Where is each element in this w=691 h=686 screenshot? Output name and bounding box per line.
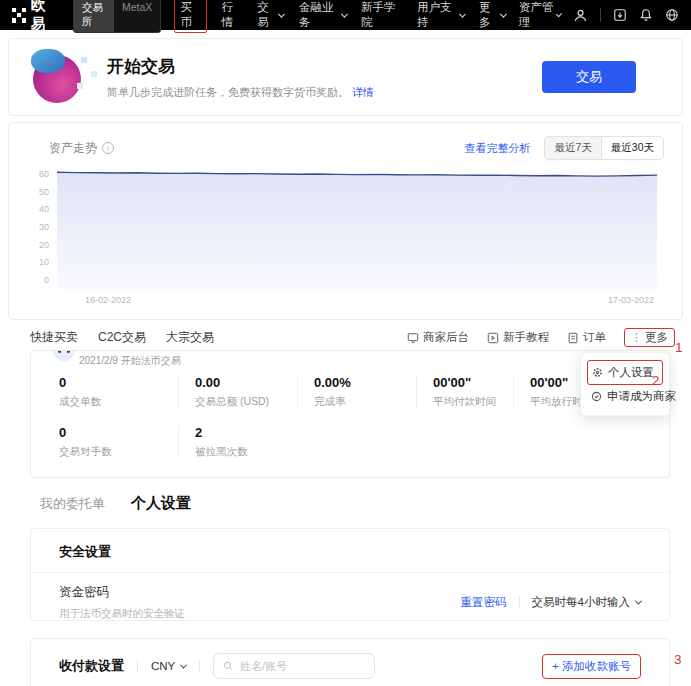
- document-icon: [567, 332, 579, 344]
- top-nav: 欧易 交易所 MetaX 买币 行情 交易 金融业务 新手学院 用户支持 更多 …: [0, 0, 691, 30]
- mascot-illustration: [31, 49, 87, 105]
- stat-blacklisted-count: 2 被拉黑次数: [178, 425, 313, 459]
- nav-item-more[interactable]: 更多: [479, 0, 506, 30]
- nav-item-trade[interactable]: 交易: [257, 0, 284, 30]
- stats-grid: 0 成交单数 0.00 交易总额 (USD) 0.00% 完成率 00'00" …: [31, 375, 669, 459]
- range-30d-button[interactable]: 最近30天: [602, 137, 663, 159]
- storefront-icon: [407, 332, 419, 344]
- chart-title: 资产走势 i: [49, 140, 114, 157]
- download-app-icon[interactable]: [613, 8, 627, 23]
- nav-item-finance[interactable]: 金融业务: [299, 0, 346, 30]
- notifications-bell-icon[interactable]: [639, 8, 653, 23]
- range-toggle-group: 最近7天 最近30天: [544, 136, 664, 160]
- payment-settings-row: 收付款设置 CNY + 添加收款账号: [31, 639, 669, 686]
- security-settings-card: 安全设置 资金密码 用于法币交易时的安全验证 重置密码 交易时每4小时输入: [30, 528, 670, 621]
- add-payment-account-button[interactable]: + 添加收款账号: [542, 654, 641, 679]
- chevron-down-icon: [635, 598, 642, 605]
- account-search-box: [213, 653, 375, 679]
- info-icon[interactable]: i: [102, 142, 114, 154]
- section-tabs: 我的委托单 个人设置: [40, 494, 191, 513]
- annotation-number-2: 2: [652, 373, 660, 388]
- beginner-tutorial-button[interactable]: 新手教程: [487, 330, 549, 345]
- nav-divider: [600, 8, 601, 22]
- annotation-number-1: 1: [675, 340, 683, 355]
- x-start-label: 16-02-2022: [85, 295, 131, 305]
- chart-y-axis: 60 50 40 30 20 10 0: [25, 169, 49, 285]
- fund-password-info: 资金密码 用于法币交易时的安全验证: [59, 584, 185, 621]
- annotation-number-3: 3: [674, 652, 682, 667]
- fiat-trading-since-text: 2021/2/9 开始法币交易: [79, 354, 181, 368]
- nav-item-buy-crypto[interactable]: 买币: [174, 0, 206, 33]
- chart-header: 资产走势 i 查看完整分析 最近7天 最近30天: [9, 123, 682, 160]
- orders-button[interactable]: 订单: [567, 330, 606, 345]
- fund-password-row: 资金密码 用于法币交易时的安全验证 重置密码 交易时每4小时输入: [31, 573, 669, 632]
- c2c-stats-card: 2021/2/9 开始法币交易 0 成交单数 0.00 交易总额 (USD) 0…: [30, 350, 670, 478]
- chevron-down-icon: [500, 10, 507, 17]
- avatar: [53, 350, 75, 361]
- subtabs-actions: 商家后台 新手教程 订单 ⋮ 更多: [407, 328, 675, 347]
- stats-row-1: 0 成交单数 0.00 交易总额 (USD) 0.00% 完成率 00'00" …: [31, 375, 669, 409]
- fund-password-actions: 重置密码 交易时每4小时输入: [461, 595, 641, 610]
- nav-right: 资产管理: [519, 0, 679, 30]
- menu-item-become-merchant[interactable]: 申请成为商家: [587, 385, 663, 408]
- merchant-badge-icon: [591, 391, 602, 402]
- chevron-down-icon: [556, 10, 562, 16]
- full-analysis-link[interactable]: 查看完整分析: [464, 141, 530, 156]
- payment-settings-title: 收付款设置: [59, 657, 124, 675]
- merchant-console-button[interactable]: 商家后台: [407, 330, 469, 345]
- hero-title: 开始交易: [107, 55, 374, 78]
- vertical-dots-icon: ⋮: [631, 331, 642, 344]
- language-globe-icon[interactable]: [665, 8, 679, 23]
- okx-logo-icon: [12, 8, 26, 23]
- chevron-down-icon: [340, 10, 347, 17]
- toggle-metax[interactable]: MetaX: [114, 0, 160, 32]
- hero-subtitle: 简单几步完成进阶任务，免费获得数字货币奖励。 详情: [107, 85, 374, 100]
- password-frequency-select[interactable]: 交易时每4小时输入: [532, 595, 641, 610]
- asset-trend-chart: [57, 167, 657, 289]
- nav-item-support[interactable]: 用户支持: [417, 0, 464, 30]
- nav-item-markets[interactable]: 行情: [222, 0, 242, 30]
- divider: [519, 596, 520, 609]
- stat-counterparties: 0 交易对手数: [59, 425, 194, 459]
- exchange-metax-toggle: 交易所 MetaX: [73, 0, 161, 33]
- chevron-down-icon: [278, 10, 285, 17]
- stat-completion-rate: 0.00% 完成率: [297, 375, 432, 409]
- asset-management-menu[interactable]: 资产管理: [519, 0, 561, 30]
- search-icon: [223, 660, 234, 672]
- asset-trend-card: 资产走势 i 查看完整分析 最近7天 最近30天 60 50 40 30 20 …: [8, 122, 683, 320]
- hero-text: 开始交易 简单几步完成进阶任务，免费获得数字货币奖励。 详情: [107, 55, 374, 100]
- fund-password-label: 资金密码: [59, 584, 185, 601]
- fund-password-desc: 用于法币交易时的安全验证: [59, 607, 185, 621]
- account-search-input[interactable]: [240, 660, 365, 672]
- stat-total-volume: 0.00 交易总额 (USD): [178, 375, 313, 409]
- tab-c2c-trade[interactable]: C2C交易: [98, 329, 146, 346]
- reset-password-link[interactable]: 重置密码: [461, 595, 507, 610]
- c2c-subtabs-row: 快捷买卖 C2C交易 大宗交易 商家后台 新手教程 订单 ⋮ 更多: [30, 328, 675, 347]
- start-trading-card: 开始交易 简单几步完成进阶任务，免费获得数字货币奖励。 详情 交易: [8, 38, 683, 116]
- stats-row-2: 0 交易对手数 2 被拉黑次数: [31, 425, 669, 459]
- tab-my-orders[interactable]: 我的委托单: [40, 495, 105, 513]
- currency-select[interactable]: CNY: [151, 660, 186, 672]
- tutorial-icon: [487, 332, 499, 344]
- okx-logo[interactable]: 欧易: [12, 0, 60, 34]
- more-actions-button[interactable]: ⋮ 更多: [624, 328, 675, 347]
- trade-button[interactable]: 交易: [542, 61, 636, 93]
- payment-settings-card: 收付款设置 CNY + 添加收款账号: [30, 638, 670, 686]
- divider: [199, 660, 200, 673]
- user-icon[interactable]: [573, 8, 588, 23]
- chart-controls: 查看完整分析 最近7天 最近30天: [464, 136, 664, 160]
- range-7d-button[interactable]: 最近7天: [545, 137, 601, 159]
- tab-personal-settings[interactable]: 个人设置: [131, 494, 191, 513]
- nav-menu: 买币 行情 交易 金融业务 新手学院 用户支持 更多: [174, 0, 505, 33]
- tab-block-trade[interactable]: 大宗交易: [166, 329, 214, 346]
- nav-item-academy[interactable]: 新手学院: [361, 0, 402, 30]
- chevron-down-icon: [180, 661, 187, 668]
- gear-icon: [592, 367, 603, 378]
- detail-link[interactable]: 详情: [352, 86, 374, 98]
- logo-text: 欧易: [31, 0, 60, 34]
- x-end-label: 17-03-2022: [608, 295, 654, 305]
- chart-x-axis: 16-02-2022 17-03-2022: [85, 295, 654, 305]
- tab-express-buy-sell[interactable]: 快捷买卖: [30, 329, 78, 346]
- toggle-exchange[interactable]: 交易所: [74, 0, 114, 32]
- security-settings-title: 安全设置: [31, 529, 669, 573]
